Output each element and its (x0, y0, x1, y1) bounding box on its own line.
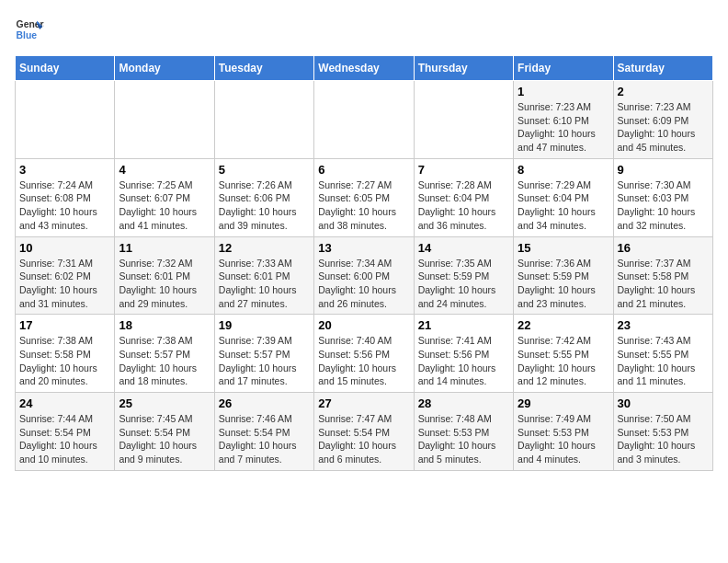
calendar-cell: 10Sunrise: 7:31 AM Sunset: 6:02 PM Dayli… (16, 236, 115, 315)
calendar-cell: 28Sunrise: 7:48 AM Sunset: 5:53 PM Dayli… (414, 393, 513, 471)
calendar-cell: 13Sunrise: 7:34 AM Sunset: 6:00 PM Dayli… (314, 236, 414, 315)
calendar-cell: 8Sunrise: 7:29 AM Sunset: 6:04 PM Daylig… (514, 158, 613, 236)
calendar-cell: 29Sunrise: 7:49 AM Sunset: 5:53 PM Dayli… (514, 393, 613, 471)
day-number: 10 (19, 241, 110, 255)
calendar-table: SundayMondayTuesdayWednesdayThursdayFrid… (15, 55, 713, 471)
calendar-cell: 3Sunrise: 7:24 AM Sunset: 6:08 PM Daylig… (16, 158, 115, 236)
day-number: 20 (318, 318, 409, 332)
calendar-cell: 11Sunrise: 7:32 AM Sunset: 6:01 PM Dayli… (115, 236, 214, 315)
weekday-header-monday: Monday (115, 56, 214, 81)
calendar-cell: 30Sunrise: 7:50 AM Sunset: 5:53 PM Dayli… (613, 393, 712, 471)
day-number: 17 (19, 318, 110, 332)
day-number: 7 (418, 163, 509, 177)
calendar-cell: 12Sunrise: 7:33 AM Sunset: 6:01 PM Dayli… (214, 236, 313, 315)
day-info: Sunrise: 7:37 AM Sunset: 5:58 PM Dayligh… (618, 257, 709, 311)
day-info: Sunrise: 7:48 AM Sunset: 5:53 PM Dayligh… (418, 412, 509, 466)
weekday-header-thursday: Thursday (414, 56, 513, 81)
day-info: Sunrise: 7:36 AM Sunset: 5:59 PM Dayligh… (518, 257, 609, 311)
day-number: 29 (518, 396, 609, 410)
weekday-header-wednesday: Wednesday (314, 56, 414, 81)
calendar-cell: 27Sunrise: 7:47 AM Sunset: 5:54 PM Dayli… (314, 393, 414, 471)
day-number: 14 (418, 241, 509, 255)
weekday-header-friday: Friday (514, 56, 613, 81)
day-number: 23 (618, 318, 709, 332)
day-info: Sunrise: 7:23 AM Sunset: 6:10 PM Dayligh… (518, 100, 609, 155)
calendar-cell: 19Sunrise: 7:39 AM Sunset: 5:57 PM Dayli… (214, 315, 313, 393)
svg-text:Blue: Blue (17, 30, 38, 40)
day-number: 21 (418, 318, 509, 332)
calendar-cell: 20Sunrise: 7:40 AM Sunset: 5:56 PM Dayli… (314, 315, 414, 393)
day-number: 28 (418, 396, 509, 410)
day-info: Sunrise: 7:44 AM Sunset: 5:54 PM Dayligh… (19, 412, 110, 466)
day-number: 3 (19, 163, 110, 177)
day-info: Sunrise: 7:40 AM Sunset: 5:56 PM Dayligh… (318, 334, 409, 388)
calendar-cell: 17Sunrise: 7:38 AM Sunset: 5:58 PM Dayli… (16, 315, 115, 393)
day-number: 5 (219, 163, 310, 177)
day-number: 24 (19, 396, 110, 410)
calendar-cell (115, 81, 214, 159)
calendar-cell: 4Sunrise: 7:25 AM Sunset: 6:07 PM Daylig… (115, 158, 214, 236)
day-number: 2 (618, 85, 709, 98)
calendar-cell: 23Sunrise: 7:43 AM Sunset: 5:55 PM Dayli… (613, 315, 712, 393)
day-info: Sunrise: 7:26 AM Sunset: 6:06 PM Dayligh… (219, 178, 310, 233)
calendar-week-3: 10Sunrise: 7:31 AM Sunset: 6:02 PM Dayli… (16, 236, 713, 315)
day-info: Sunrise: 7:31 AM Sunset: 6:02 PM Dayligh… (19, 257, 110, 311)
day-number: 9 (618, 163, 709, 177)
day-number: 25 (119, 396, 210, 410)
calendar-cell: 9Sunrise: 7:30 AM Sunset: 6:03 PM Daylig… (613, 158, 712, 236)
calendar-cell: 2Sunrise: 7:23 AM Sunset: 6:09 PM Daylig… (613, 81, 712, 159)
calendar-cell (314, 81, 414, 159)
day-info: Sunrise: 7:24 AM Sunset: 6:08 PM Dayligh… (19, 178, 110, 233)
day-number: 8 (518, 163, 609, 177)
day-info: Sunrise: 7:35 AM Sunset: 5:59 PM Dayligh… (418, 257, 509, 311)
day-number: 15 (518, 241, 609, 255)
calendar-cell: 15Sunrise: 7:36 AM Sunset: 5:59 PM Dayli… (514, 236, 613, 315)
day-info: Sunrise: 7:38 AM Sunset: 5:57 PM Dayligh… (119, 334, 210, 388)
day-number: 16 (618, 241, 709, 255)
weekday-header-sunday: Sunday (16, 56, 115, 81)
day-info: Sunrise: 7:49 AM Sunset: 5:53 PM Dayligh… (518, 412, 609, 466)
day-number: 11 (119, 241, 210, 255)
day-number: 30 (618, 396, 709, 410)
calendar-cell: 16Sunrise: 7:37 AM Sunset: 5:58 PM Dayli… (613, 236, 712, 315)
day-info: Sunrise: 7:33 AM Sunset: 6:01 PM Dayligh… (219, 257, 310, 311)
day-info: Sunrise: 7:38 AM Sunset: 5:58 PM Dayligh… (19, 334, 110, 388)
day-info: Sunrise: 7:32 AM Sunset: 6:01 PM Dayligh… (119, 257, 210, 311)
day-info: Sunrise: 7:39 AM Sunset: 5:57 PM Dayligh… (219, 334, 310, 388)
calendar-cell: 6Sunrise: 7:27 AM Sunset: 6:05 PM Daylig… (314, 158, 414, 236)
day-number: 1 (518, 85, 609, 98)
day-info: Sunrise: 7:23 AM Sunset: 6:09 PM Dayligh… (618, 100, 709, 155)
day-number: 27 (318, 396, 409, 410)
day-info: Sunrise: 7:34 AM Sunset: 6:00 PM Dayligh… (318, 257, 409, 311)
weekday-header-row: SundayMondayTuesdayWednesdayThursdayFrid… (16, 56, 713, 81)
calendar-cell (414, 81, 513, 159)
calendar-cell: 1Sunrise: 7:23 AM Sunset: 6:10 PM Daylig… (514, 81, 613, 159)
day-number: 18 (119, 318, 210, 332)
day-info: Sunrise: 7:46 AM Sunset: 5:54 PM Dayligh… (219, 412, 310, 466)
calendar-cell: 24Sunrise: 7:44 AM Sunset: 5:54 PM Dayli… (16, 393, 115, 471)
calendar-cell: 21Sunrise: 7:41 AM Sunset: 5:56 PM Dayli… (414, 315, 513, 393)
day-info: Sunrise: 7:27 AM Sunset: 6:05 PM Dayligh… (318, 178, 409, 233)
calendar-cell: 18Sunrise: 7:38 AM Sunset: 5:57 PM Dayli… (115, 315, 214, 393)
page-header: General Blue (15, 15, 713, 44)
calendar-cell: 5Sunrise: 7:26 AM Sunset: 6:06 PM Daylig… (214, 158, 313, 236)
day-info: Sunrise: 7:45 AM Sunset: 5:54 PM Dayligh… (119, 412, 210, 466)
calendar-week-2: 3Sunrise: 7:24 AM Sunset: 6:08 PM Daylig… (16, 158, 713, 236)
logo-icon: General Blue (15, 15, 44, 44)
day-info: Sunrise: 7:42 AM Sunset: 5:55 PM Dayligh… (518, 334, 609, 388)
calendar-week-4: 17Sunrise: 7:38 AM Sunset: 5:58 PM Dayli… (16, 315, 713, 393)
day-number: 26 (219, 396, 310, 410)
calendar-week-5: 24Sunrise: 7:44 AM Sunset: 5:54 PM Dayli… (16, 393, 713, 471)
calendar-cell (214, 81, 313, 159)
calendar-cell: 22Sunrise: 7:42 AM Sunset: 5:55 PM Dayli… (514, 315, 613, 393)
weekday-header-tuesday: Tuesday (214, 56, 313, 81)
calendar-cell: 7Sunrise: 7:28 AM Sunset: 6:04 PM Daylig… (414, 158, 513, 236)
weekday-header-saturday: Saturday (613, 56, 712, 81)
day-number: 6 (318, 163, 409, 177)
day-info: Sunrise: 7:30 AM Sunset: 6:03 PM Dayligh… (618, 178, 709, 233)
day-number: 12 (219, 241, 310, 255)
day-number: 22 (518, 318, 609, 332)
calendar-cell: 26Sunrise: 7:46 AM Sunset: 5:54 PM Dayli… (214, 393, 313, 471)
day-info: Sunrise: 7:50 AM Sunset: 5:53 PM Dayligh… (618, 412, 709, 466)
calendar-cell (16, 81, 115, 159)
